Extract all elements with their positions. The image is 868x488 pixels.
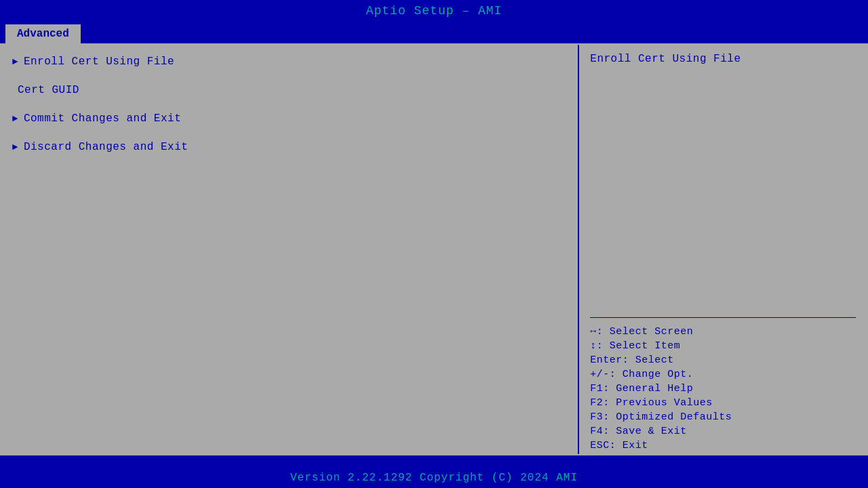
enroll-cert-item[interactable]: ► Enroll Cert Using File xyxy=(12,56,578,68)
commit-changes-label: Commit Changes and Exit xyxy=(24,113,181,125)
enroll-cert-label: Enroll Cert Using File xyxy=(24,56,174,68)
arrow-icon-commit: ► xyxy=(12,113,18,124)
footer-text: Version 2.22.1292 Copyright (C) 2024 AMI xyxy=(290,472,578,484)
discard-changes-label: Discard Changes and Exit xyxy=(24,141,188,153)
hotkey-enter-select: Enter: Select xyxy=(590,354,856,366)
hotkey-select-item: ↕: Select Item xyxy=(590,340,856,352)
cert-guid-label: Cert GUID xyxy=(18,84,79,96)
hotkey-f2: F2: Previous Values xyxy=(590,397,856,409)
divider xyxy=(590,317,856,318)
right-panel: Enroll Cert Using File ↔: Select Screen … xyxy=(579,45,867,454)
header: Aptio Setup – AMI Advanced xyxy=(0,0,868,43)
hotkey-change-opt: +/-: Change Opt. xyxy=(590,369,856,380)
hotkey-f1: F1: General Help xyxy=(590,383,856,394)
left-panel: ► Enroll Cert Using File Cert GUID ► Com… xyxy=(1,45,579,454)
hotkey-section: ↔: Select Screen ↕: Select Item Enter: S… xyxy=(590,326,856,454)
hotkey-f3: F3: Optimized Defaults xyxy=(590,411,856,423)
app-title: Aptio Setup – AMI xyxy=(366,4,502,18)
footer: Version 2.22.1292 Copyright (C) 2024 AMI xyxy=(0,468,868,488)
cert-guid-item: Cert GUID xyxy=(12,84,578,96)
tab-advanced[interactable]: Advanced xyxy=(5,24,81,43)
hotkey-f4: F4: Save & Exit xyxy=(590,426,856,437)
commit-changes-item[interactable]: ► Commit Changes and Exit xyxy=(12,113,578,125)
arrow-icon-discard: ► xyxy=(12,142,18,152)
hotkey-select-screen: ↔: Select Screen xyxy=(590,326,856,338)
discard-changes-item[interactable]: ► Discard Changes and Exit xyxy=(12,141,578,153)
hotkey-esc: ESC: Exit xyxy=(590,440,856,451)
description-text: Enroll Cert Using File xyxy=(590,53,856,65)
arrow-icon: ► xyxy=(12,56,18,67)
main-content: ► Enroll Cert Using File Cert GUID ► Com… xyxy=(0,43,868,455)
description-area: Enroll Cert Using File xyxy=(590,53,856,312)
